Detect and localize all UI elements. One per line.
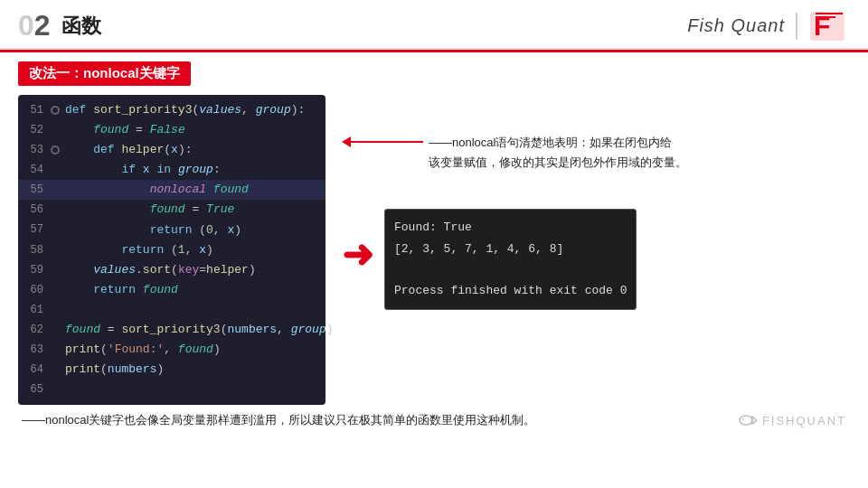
code-line-52: 52 found = False [18, 120, 326, 140]
main-content: 改法一：nonlocal关键字 51 def sort_priority3(va… [0, 52, 868, 437]
header-right: Fish Quant F [687, 10, 846, 42]
fish-icon [737, 413, 757, 427]
output-terminal: Found: True [2, 3, 5, 7, 1, 4, 6, 8] Pro… [384, 209, 637, 310]
header-left: 02 函数 [18, 9, 101, 42]
main-row: 51 def sort_priority3(values, group): 52… [18, 95, 850, 405]
annotation-line1: ——nonlocal语句清楚地表明：如果在闭包内给 [429, 136, 672, 149]
output-line2: [2, 3, 5, 7, 1, 4, 6, 8] [394, 239, 627, 259]
header-number: 02 [18, 9, 51, 42]
breakpoint-51 [51, 106, 60, 115]
code-line-54: 54 if x in group: [18, 160, 326, 180]
code-line-56: 56 found = True [18, 200, 326, 220]
arrow-head [342, 136, 351, 147]
output-line4: Process finished with exit code 0 [394, 280, 627, 301]
svg-point-4 [740, 416, 752, 425]
code-line-57: 57 return (0, x) [18, 221, 326, 240]
bottom-row: ——nonlocal关键字也会像全局变量那样遭到滥用，所以建议只在极其简单的函数… [18, 412, 850, 428]
svg-text:F: F [814, 11, 830, 41]
breakpoint-53 [51, 145, 60, 155]
code-line-51: 51 def sort_priority3(values, group): [18, 100, 326, 120]
num-zero: 0 [18, 9, 34, 42]
num-two: 2 [34, 9, 51, 42]
code-line-58: 58 return (1, x) [18, 240, 326, 260]
arrow-line [351, 141, 423, 143]
annotation-text: ——nonlocal语句清楚地表明：如果在闭包内给 该变量赋值，修改的其实是闭包… [429, 133, 687, 173]
annotation-section: ——nonlocal语句清楚地表明：如果在闭包内给 该变量赋值，修改的其实是闭包… [342, 133, 850, 173]
code-line-59: 59 values.sort(key=helper) [18, 260, 326, 280]
code-line-53: 53 def helper(x): [18, 140, 326, 160]
section-heading: 改法一：nonlocal关键字 [18, 61, 191, 86]
big-arrow-icon: ➜ [342, 236, 373, 274]
code-line-61: 61 [18, 300, 326, 320]
annotation-arrow [342, 136, 423, 147]
svg-marker-5 [752, 417, 757, 424]
code-line-55: 55 nonlocal found [18, 180, 326, 200]
brand-name: Fish Quant [687, 15, 785, 36]
output-section: ➜ Found: True [2, 3, 5, 7, 1, 4, 6, 8] P… [342, 200, 850, 310]
header: 02 函数 Fish Quant F [0, 0, 868, 50]
page-title: 函数 [61, 13, 101, 40]
header-divider [796, 13, 797, 40]
code-line-63: 63 print('Found:', found) [18, 340, 326, 360]
annotation-line2: 该变量赋值，修改的其实是闭包外作用域的变量。 [429, 155, 687, 169]
code-block: 51 def sort_priority3(values, group): 52… [18, 95, 326, 405]
bottom-brand: FISHQUANT [737, 413, 846, 427]
svg-point-6 [742, 418, 744, 420]
code-line-64: 64 print(numbers) [18, 360, 326, 380]
output-line3 [394, 259, 627, 280]
code-line-62: 62 found = sort_priority3(numbers, group… [18, 320, 326, 340]
logo-icon: F [808, 10, 846, 42]
code-line-65: 65 [18, 380, 326, 399]
bottom-text: ——nonlocal关键字也会像全局变量那样遭到滥用，所以建议只在极其简单的函数… [22, 412, 535, 428]
brand-label: FISHQUANT [762, 414, 846, 427]
output-line1: Found: True [394, 217, 627, 238]
code-line-60: 60 return found [18, 280, 326, 300]
